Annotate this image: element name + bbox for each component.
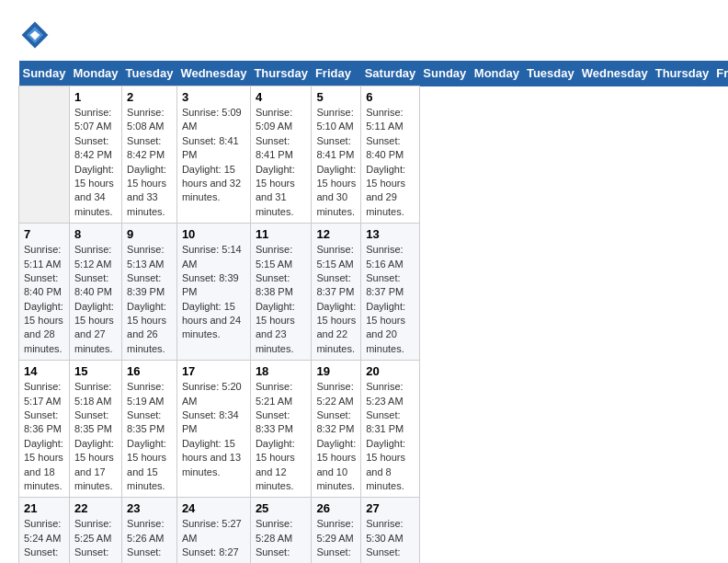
day-number: 3 bbox=[182, 90, 245, 104]
sunset-text: Sunset: 8:37 PM bbox=[366, 272, 404, 297]
day-number: 11 bbox=[256, 227, 307, 241]
daylight-text: Daylight: 15 hours and 23 minutes. bbox=[256, 301, 295, 354]
sunset-text: Sunset: 8:40 PM bbox=[24, 272, 62, 297]
daylight-text: Daylight: 15 hours and 18 minutes. bbox=[24, 438, 63, 491]
day-cell: 10 Sunrise: 5:14 AM Sunset: 8:39 PM Dayl… bbox=[176, 224, 250, 361]
day-cell bbox=[19, 86, 70, 224]
daylight-text: Daylight: 15 hours and 30 minutes. bbox=[316, 164, 356, 217]
day-cell: 11 Sunrise: 5:15 AM Sunset: 8:38 PM Dayl… bbox=[250, 224, 312, 361]
day-info: Sunrise: 5:11 AM Sunset: 8:40 PM Dayligh… bbox=[366, 106, 415, 219]
sunrise-text: Sunrise: 5:29 AM bbox=[316, 518, 353, 543]
daylight-text: Daylight: 15 hours and 13 minutes. bbox=[182, 438, 241, 477]
sunset-text: Sunset: 8:39 PM bbox=[127, 272, 165, 297]
day-number: 4 bbox=[256, 90, 307, 104]
day-cell: 21 Sunrise: 5:24 AM Sunset: 8:30 PM Dayl… bbox=[19, 498, 70, 563]
day-cell: 3 Sunrise: 5:09 AM Sunset: 8:41 PM Dayli… bbox=[176, 86, 250, 224]
header-row: SundayMondayTuesdayWednesdayThursdayFrid… bbox=[19, 61, 729, 86]
sunrise-text: Sunrise: 5:09 AM bbox=[256, 107, 292, 132]
day-number: 15 bbox=[74, 364, 117, 378]
sunset-text: Sunset: 8:41 PM bbox=[182, 135, 239, 160]
day-info: Sunrise: 5:25 AM Sunset: 8:29 PM Dayligh… bbox=[74, 517, 117, 563]
day-number: 10 bbox=[182, 227, 245, 241]
daylight-text: Daylight: 15 hours and 8 minutes. bbox=[366, 438, 405, 491]
header-cell-sunday: Sunday bbox=[19, 61, 70, 86]
sunrise-text: Sunrise: 5:07 AM bbox=[74, 107, 111, 132]
logo bbox=[18, 18, 57, 52]
day-cell: 1 Sunrise: 5:07 AM Sunset: 8:42 PM Dayli… bbox=[69, 86, 121, 224]
week-row-3: 14 Sunrise: 5:17 AM Sunset: 8:36 PM Dayl… bbox=[19, 361, 729, 498]
sunset-text: Sunset: 8:41 PM bbox=[256, 135, 293, 160]
day-number: 24 bbox=[182, 501, 245, 515]
day-cell: 12 Sunrise: 5:15 AM Sunset: 8:37 PM Dayl… bbox=[312, 224, 361, 361]
daylight-text: Daylight: 15 hours and 27 minutes. bbox=[74, 301, 114, 354]
day-info: Sunrise: 5:26 AM Sunset: 8:28 PM Dayligh… bbox=[127, 517, 172, 563]
sunrise-text: Sunrise: 5:12 AM bbox=[74, 244, 111, 269]
day-cell: 17 Sunrise: 5:20 AM Sunset: 8:34 PM Dayl… bbox=[176, 361, 250, 498]
daylight-text: Daylight: 15 hours and 33 minutes. bbox=[127, 164, 166, 217]
sunrise-text: Sunrise: 5:27 AM bbox=[182, 518, 242, 543]
header-cell-tuesday: Tuesday bbox=[523, 61, 578, 86]
sunrise-text: Sunrise: 5:20 AM bbox=[182, 381, 242, 406]
sunrise-text: Sunrise: 5:15 AM bbox=[316, 244, 353, 269]
sunrise-text: Sunrise: 5:21 AM bbox=[256, 381, 292, 406]
sunset-text: Sunset: 8:37 PM bbox=[316, 272, 354, 297]
sunrise-text: Sunrise: 5:15 AM bbox=[256, 244, 292, 269]
sunrise-text: Sunrise: 5:26 AM bbox=[127, 518, 164, 543]
daylight-text: Daylight: 15 hours and 10 minutes. bbox=[316, 438, 356, 491]
day-info: Sunrise: 5:30 AM Sunset: 8:24 PM Dayligh… bbox=[366, 517, 415, 563]
calendar-table: SundayMondayTuesdayWednesdayThursdayFrid… bbox=[18, 61, 728, 563]
day-info: Sunrise: 5:21 AM Sunset: 8:33 PM Dayligh… bbox=[256, 380, 307, 493]
day-number: 26 bbox=[316, 501, 356, 515]
day-info: Sunrise: 5:17 AM Sunset: 8:36 PM Dayligh… bbox=[24, 380, 64, 493]
sunrise-text: Sunrise: 5:11 AM bbox=[24, 244, 61, 269]
sunset-text: Sunset: 8:30 PM bbox=[24, 546, 62, 563]
day-info: Sunrise: 5:14 AM Sunset: 8:39 PM Dayligh… bbox=[182, 243, 245, 342]
day-number: 19 bbox=[316, 364, 356, 378]
daylight-text: Daylight: 15 hours and 32 minutes. bbox=[182, 164, 241, 203]
day-cell: 4 Sunrise: 5:09 AM Sunset: 8:41 PM Dayli… bbox=[250, 86, 312, 224]
sunrise-text: Sunrise: 5:11 AM bbox=[366, 107, 403, 132]
day-cell: 16 Sunrise: 5:19 AM Sunset: 8:35 PM Dayl… bbox=[122, 361, 177, 498]
day-cell: 23 Sunrise: 5:26 AM Sunset: 8:28 PM Dayl… bbox=[122, 498, 177, 563]
day-number: 8 bbox=[74, 227, 117, 241]
day-cell: 7 Sunrise: 5:11 AM Sunset: 8:40 PM Dayli… bbox=[19, 224, 70, 361]
day-info: Sunrise: 5:22 AM Sunset: 8:32 PM Dayligh… bbox=[316, 380, 356, 493]
sunset-text: Sunset: 8:28 PM bbox=[127, 546, 165, 563]
header-cell-sunday: Sunday bbox=[419, 61, 470, 86]
header-cell-tuesday: Tuesday bbox=[122, 61, 177, 86]
header-cell-wednesday: Wednesday bbox=[176, 61, 250, 86]
header-cell-saturday: Saturday bbox=[361, 61, 420, 86]
daylight-text: Daylight: 15 hours and 15 minutes. bbox=[127, 438, 166, 491]
sunrise-text: Sunrise: 5:16 AM bbox=[366, 244, 403, 269]
day-number: 20 bbox=[366, 364, 415, 378]
sunrise-text: Sunrise: 5:25 AM bbox=[74, 518, 111, 543]
sunset-text: Sunset: 8:42 PM bbox=[74, 135, 112, 160]
sunset-text: Sunset: 8:35 PM bbox=[127, 409, 165, 434]
day-info: Sunrise: 5:08 AM Sunset: 8:42 PM Dayligh… bbox=[127, 106, 172, 219]
header-cell-friday: Friday bbox=[312, 61, 361, 86]
day-cell: 24 Sunrise: 5:27 AM Sunset: 8:27 PM Dayl… bbox=[176, 498, 250, 563]
day-cell: 8 Sunrise: 5:12 AM Sunset: 8:40 PM Dayli… bbox=[69, 224, 121, 361]
day-number: 6 bbox=[366, 90, 415, 104]
day-cell: 27 Sunrise: 5:30 AM Sunset: 8:24 PM Dayl… bbox=[361, 498, 420, 563]
sunrise-text: Sunrise: 5:17 AM bbox=[24, 381, 61, 406]
day-info: Sunrise: 5:28 AM Sunset: 8:26 PM Dayligh… bbox=[256, 517, 307, 563]
day-number: 27 bbox=[366, 501, 415, 515]
day-cell: 15 Sunrise: 5:18 AM Sunset: 8:35 PM Dayl… bbox=[69, 361, 121, 498]
day-number: 23 bbox=[127, 501, 172, 515]
day-info: Sunrise: 5:11 AM Sunset: 8:40 PM Dayligh… bbox=[24, 243, 64, 356]
day-number: 12 bbox=[316, 227, 356, 241]
day-number: 9 bbox=[127, 227, 172, 241]
day-cell: 26 Sunrise: 5:29 AM Sunset: 8:25 PM Dayl… bbox=[312, 498, 361, 563]
sunrise-text: Sunrise: 5:10 AM bbox=[316, 107, 353, 132]
day-info: Sunrise: 5:13 AM Sunset: 8:39 PM Dayligh… bbox=[127, 243, 172, 356]
daylight-text: Daylight: 15 hours and 28 minutes. bbox=[24, 301, 63, 354]
day-number: 5 bbox=[316, 90, 356, 104]
sunset-text: Sunset: 8:40 PM bbox=[366, 135, 404, 160]
week-row-2: 7 Sunrise: 5:11 AM Sunset: 8:40 PM Dayli… bbox=[19, 224, 729, 361]
day-number: 18 bbox=[256, 364, 307, 378]
header-cell-wednesday: Wednesday bbox=[578, 61, 652, 86]
sunset-text: Sunset: 8:40 PM bbox=[74, 272, 112, 297]
day-info: Sunrise: 5:09 AM Sunset: 8:41 PM Dayligh… bbox=[182, 106, 245, 205]
day-number: 14 bbox=[24, 364, 64, 378]
